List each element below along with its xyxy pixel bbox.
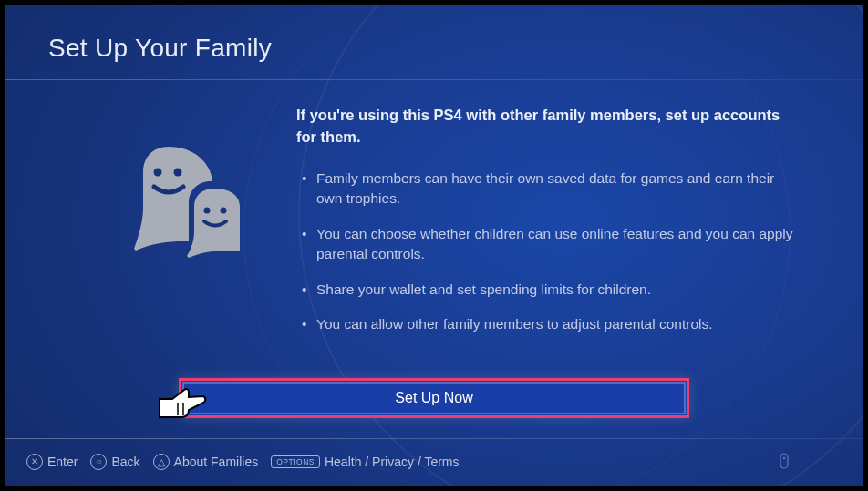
back-label: Back	[111, 455, 140, 469]
bullet-item: You can allow other family members to ad…	[296, 314, 800, 334]
footer-hints: ✕ Enter ○ Back △ About Families OPTIONS …	[26, 454, 842, 470]
bullet-list: Family members can have their own saved …	[296, 169, 800, 335]
enter-hint: ✕ Enter	[26, 454, 78, 470]
svg-point-7	[783, 457, 785, 459]
about-label: About Families	[174, 455, 259, 469]
svg-point-1	[174, 169, 182, 177]
divider	[5, 79, 863, 80]
about-families-hint: △ About Families	[153, 454, 259, 470]
legal-label: Health / Privacy / Terms	[325, 455, 460, 469]
intro-text: If you're using this PS4 with other fami…	[296, 105, 800, 148]
svg-point-3	[221, 208, 227, 214]
bullet-item: Family members can have their own saved …	[296, 169, 800, 210]
bullet-item: Share your wallet and set spending limit…	[296, 280, 800, 300]
svg-point-2	[204, 208, 211, 214]
set-up-now-button[interactable]: Set Up Now	[179, 378, 689, 418]
family-icon	[132, 141, 242, 350]
triangle-button-icon: △	[153, 454, 170, 470]
page-title: Set Up Your Family	[48, 34, 272, 63]
divider	[5, 438, 863, 439]
content-area: If you're using this PS4 with other fami…	[132, 105, 800, 350]
scroll-indicator-icon	[778, 450, 790, 472]
screen: Set Up Your Family If you're using this …	[5, 5, 863, 486]
action-row: Set Up Now	[5, 378, 863, 418]
enter-label: Enter	[47, 455, 78, 469]
svg-rect-6	[780, 454, 788, 468]
bullet-item: You can choose whether children can use …	[296, 224, 800, 265]
options-button-icon: OPTIONS	[271, 455, 320, 468]
legal-hint: OPTIONS Health / Privacy / Terms	[271, 455, 459, 469]
circle-button-icon: ○	[90, 454, 107, 470]
cross-button-icon: ✕	[26, 454, 43, 470]
pointing-hand-cursor-icon	[154, 383, 209, 423]
svg-point-0	[154, 169, 162, 177]
text-block: If you're using this PS4 with other fami…	[296, 105, 800, 350]
back-hint: ○ Back	[90, 454, 140, 470]
